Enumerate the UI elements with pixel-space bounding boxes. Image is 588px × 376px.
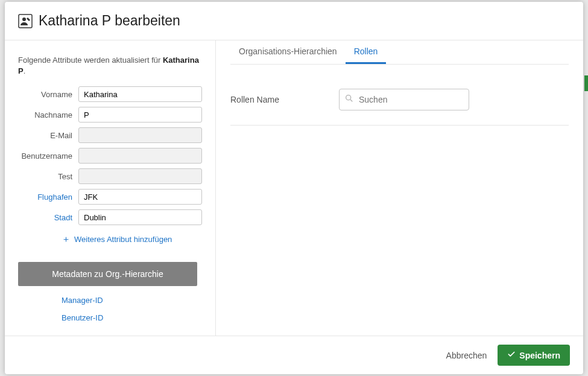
rollen-name-label: Rollen Name <box>230 95 339 104</box>
test-input[interactable] <box>78 168 202 184</box>
stadt-input[interactable] <box>78 209 202 225</box>
svg-point-2 <box>346 95 351 100</box>
intro-text: Folgende Attribute werden aktualisiert f… <box>18 55 202 77</box>
roles-search-row: Rollen Name <box>230 65 569 126</box>
tabs: Organisations-Hierarchien Rollen <box>230 40 569 65</box>
tab-rollen[interactable]: Rollen <box>346 40 387 64</box>
vorname-input[interactable] <box>78 86 202 102</box>
roles-search-input[interactable] <box>358 94 466 105</box>
intro-suffix: . <box>24 66 26 75</box>
vorname-label: Vorname <box>18 90 78 99</box>
svg-rect-0 <box>19 14 32 28</box>
add-attribute-button[interactable]: ＋ Weiteres Attribut hinzufügen <box>62 234 202 245</box>
modal-body: Folgende Attribute werden aktualisiert f… <box>5 40 583 336</box>
nachname-input[interactable] <box>78 107 202 123</box>
benutzername-label: Benutzername <box>18 151 78 161</box>
add-attribute-label: Weiteres Attribut hinzufügen <box>74 235 172 244</box>
attributes-pane: Folgende Attribute werden aktualisiert f… <box>5 40 216 336</box>
modal-title: Katharina P bearbeiten <box>39 13 180 29</box>
plus-icon: ＋ <box>62 234 71 245</box>
sidebar-accent <box>584 75 588 91</box>
nachname-label: Nachname <box>18 110 78 119</box>
tab-org-hierarchies[interactable]: Organisations-Hierarchien <box>230 40 346 64</box>
svg-line-3 <box>350 100 352 101</box>
flughafen-label[interactable]: Flughafen <box>18 193 78 202</box>
metadata-links: Manager-ID Benutzer-ID <box>62 296 202 322</box>
intro-prefix: Folgende Attribute werden aktualisiert f… <box>18 56 163 65</box>
cancel-button[interactable]: Abbrechen <box>446 351 487 360</box>
modal-footer: Abbrechen Speichern <box>5 336 583 374</box>
roles-pane: Organisations-Hierarchien Rollen Rollen … <box>216 40 583 336</box>
save-button[interactable]: Speichern <box>498 345 570 366</box>
manager-id-link[interactable]: Manager-ID <box>62 296 202 305</box>
email-label: E-Mail <box>18 131 78 140</box>
email-input[interactable] <box>78 127 202 143</box>
flughafen-input[interactable] <box>78 189 202 205</box>
edit-user-modal: Katharina P bearbeiten Folgende Attribut… <box>5 2 583 374</box>
test-label: Test <box>18 172 78 181</box>
metadata-org-hierarchy-button[interactable]: Metadaten zu Org.-Hierarchie <box>18 262 197 286</box>
benutzername-input[interactable] <box>78 148 202 164</box>
modal-header: Katharina P bearbeiten <box>5 2 583 40</box>
roles-search-box[interactable] <box>339 89 469 110</box>
search-icon <box>344 94 358 106</box>
stadt-label[interactable]: Stadt <box>18 213 78 222</box>
svg-point-1 <box>22 18 26 21</box>
benutzer-id-link[interactable]: Benutzer-ID <box>62 313 202 322</box>
edit-user-icon <box>18 14 33 28</box>
check-icon <box>507 350 516 360</box>
save-button-label: Speichern <box>519 351 560 360</box>
